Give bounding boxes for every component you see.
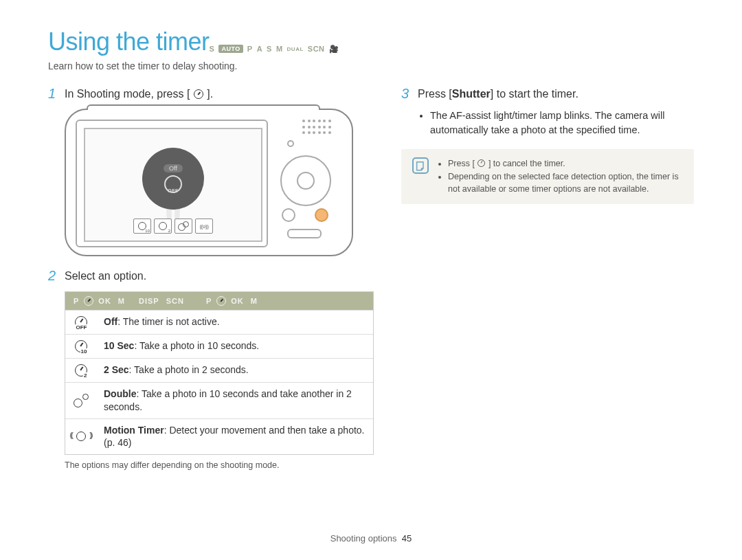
option-desc: : Take a photo in 10 seconds.: [134, 340, 259, 351]
timer-icon: [84, 296, 93, 306]
page-number: 45: [402, 533, 412, 544]
hdr-label: DISP: [136, 297, 162, 305]
page-subtitle: Learn how to set the timer to delay shoo…: [48, 60, 694, 71]
step-1-text-b: ].: [207, 88, 213, 100]
timer-off-icon: OFF: [75, 316, 87, 328]
menu-button: [282, 208, 295, 222]
note-box: Press [ ] to cancel the timer. Depending…: [401, 149, 694, 204]
step-number: 3: [401, 87, 411, 100]
note-item: Press [ ] to cancel the timer.: [448, 157, 683, 170]
opt-motion-icon: ((o)): [195, 219, 213, 234]
timer-icon: [194, 89, 203, 99]
note-text-b: ] to cancel the timer.: [488, 159, 565, 168]
options-table-header: P OK M DISP SCN P OK M: [65, 292, 373, 310]
fn-button: [315, 208, 328, 222]
timer-icon: [477, 159, 485, 167]
step-number: 2: [48, 269, 58, 282]
hdr-label: M: [248, 297, 260, 305]
option-desc: : Take a photo in 2 seconds.: [129, 364, 249, 375]
opt-10s-icon: 10: [133, 219, 151, 234]
mode-icon: DUAL: [287, 46, 304, 52]
mode-icon: SCN: [308, 45, 325, 53]
hdr-label: P: [71, 297, 82, 305]
hdr-label: P: [203, 297, 214, 305]
bottom-pad: [287, 229, 322, 238]
opt-double-icon: [175, 219, 192, 234]
step-3-text-a: Press [: [418, 88, 452, 100]
timer-double-icon: [74, 394, 89, 407]
option-name: Motion Timer: [104, 425, 164, 436]
speaker-grille: [302, 120, 331, 135]
indicator-lamp: [287, 140, 294, 147]
timer-10s-icon: 10: [75, 340, 87, 352]
timer-dial: Off OFF: [142, 148, 204, 210]
option-desc: : The timer is not active.: [117, 316, 219, 327]
page-footer: Shooting options 45: [0, 533, 742, 544]
timer-2s-icon: 2: [75, 364, 87, 377]
mode-icon: S: [267, 45, 272, 53]
option-name: Double: [104, 388, 136, 399]
step-3-bullets: The AF-assist light/timer lamp blinks. T…: [418, 109, 694, 137]
option-row-10s: 10 10 Sec: Take a photo in 10 seconds.: [65, 334, 373, 358]
mode-icon: P: [247, 45, 253, 53]
option-row-off: OFF Off: The timer is not active.: [65, 310, 373, 334]
page-title: Using the timer: [48, 27, 210, 56]
option-row-2s: 2 2 Sec: Take a photo in 2 seconds.: [65, 358, 373, 382]
timer-motion-icon: [71, 430, 91, 443]
mode-icon: S: [210, 45, 215, 53]
step-3-text-b: ] to start the timer.: [491, 88, 578, 100]
option-row-double: Double: Take a photo in 10 seconds and t…: [65, 382, 373, 418]
mode-icon: M: [276, 45, 283, 53]
step-3-text-bold: Shutter: [452, 88, 491, 100]
left-column: 1 In Shooting mode, press [ ]. O: [48, 87, 374, 470]
footer-section: Shooting options: [330, 533, 397, 544]
option-name: 10 Sec: [104, 340, 134, 351]
dial-off-pill: Off: [164, 164, 183, 172]
note-icon: [412, 157, 429, 174]
option-name: Off: [104, 316, 117, 327]
option-row-motion: Motion Timer: Detect your movement and t…: [65, 418, 373, 455]
dpad: [280, 155, 331, 206]
screen-option-row: 10 2 ((o)): [133, 219, 213, 234]
hdr-label: OK: [95, 297, 114, 305]
option-desc: : Take a photo in 10 seconds and take an…: [104, 388, 352, 412]
step-number: 1: [48, 87, 58, 100]
step-1-text-a: In Shooting mode, press [: [65, 88, 190, 100]
opt-2s-icon: 2: [154, 219, 172, 234]
hdr-label: SCN: [164, 297, 187, 305]
note-item: Depending on the selected face detection…: [448, 170, 683, 197]
step-2-text: Select an option.: [65, 269, 146, 284]
movie-icon: 🎥: [329, 45, 339, 54]
hdr-label: M: [115, 297, 128, 305]
hdr-label: OK: [228, 297, 247, 305]
options-footnote: The options may differ depending on the …: [65, 460, 374, 470]
option-name: 2 Sec: [104, 364, 129, 375]
mode-icon-row: S AUTO P A S M DUAL SCN 🎥: [210, 45, 339, 54]
note-text-a: Press [: [448, 159, 475, 168]
bullet-item: The AF-assist light/timer lamp blinks. T…: [430, 109, 694, 137]
mode-icon: AUTO: [218, 45, 243, 53]
camera-illustration: Off OFF 10 2 ((o)): [65, 109, 353, 256]
timer-icon: [216, 296, 226, 306]
options-table: P OK M DISP SCN P OK M OFF Off: The time…: [65, 291, 374, 456]
step-1-text: In Shooting mode, press [ ].: [65, 87, 213, 102]
right-column: 3 Press [Shutter] to start the timer. Th…: [401, 87, 694, 470]
dial-off-icon: OFF: [164, 175, 182, 193]
step-3-text: Press [Shutter] to start the timer.: [418, 87, 578, 102]
mode-icon: A: [257, 45, 262, 53]
